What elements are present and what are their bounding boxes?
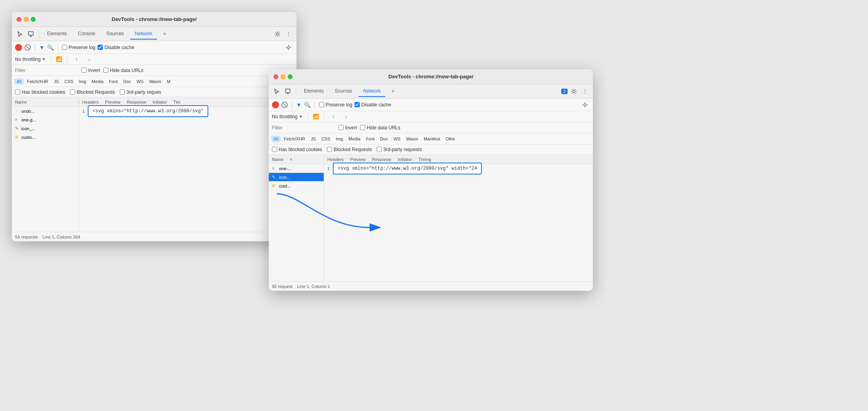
tab-sources-1[interactable]: Sources	[102, 28, 128, 40]
table-row-onew-2[interactable]: ≡ one-...	[269, 164, 324, 173]
cursor-icon[interactable]	[15, 29, 25, 39]
network-settings-icon-1[interactable]	[284, 43, 293, 52]
invert-label-2[interactable]: Invert	[338, 125, 357, 131]
filter-more-1[interactable]: M	[164, 78, 173, 85]
filter-all-1[interactable]: All	[14, 78, 24, 85]
network-settings-icon-2[interactable]	[580, 100, 590, 110]
filter-ws-2[interactable]: WS	[391, 136, 403, 142]
maximize-button-1[interactable]	[31, 17, 36, 22]
more-icon-1[interactable]: ⋮	[284, 29, 293, 39]
disable-cache-checkbox-1[interactable]	[98, 45, 103, 50]
invert-label-1[interactable]: Invert	[81, 68, 100, 73]
stop-recording-icon-2[interactable]	[281, 102, 288, 108]
blocked-cookies-label-2[interactable]: Has blocked cookies	[272, 147, 322, 152]
table-row-oneg-1[interactable]: ≡ one-g...	[12, 116, 79, 124]
filter-img-1[interactable]: Img	[77, 78, 89, 85]
table-row-icon-2[interactable]: ✎ icon...	[269, 173, 324, 182]
tab-network-1[interactable]: Network	[130, 28, 157, 40]
tab-sources-2[interactable]: Sources	[330, 86, 357, 97]
preserve-log-checkbox-1[interactable]	[62, 45, 67, 50]
blocked-requests-label-2[interactable]: Blocked Requests	[327, 147, 372, 152]
throttle-dropdown-2[interactable]: No throttling ▼	[272, 114, 303, 119]
tab-more-1[interactable]: »	[159, 28, 171, 40]
filter-img-2[interactable]: Img	[334, 136, 345, 142]
filter-fetch-2[interactable]: Fetch/XHR	[281, 136, 308, 142]
filter-fetch-1[interactable]: Fetch/XHR	[25, 78, 51, 85]
blocked-cookies-checkbox-2[interactable]	[272, 147, 277, 152]
tab-elements-1[interactable]: Elements	[42, 28, 72, 40]
hide-data-urls-checkbox-2[interactable]	[360, 125, 365, 130]
filter-ws-1[interactable]: WS	[134, 78, 146, 85]
third-party-checkbox-1[interactable]	[120, 89, 125, 95]
tab-more-2[interactable]: »	[387, 86, 399, 97]
filter-all-2[interactable]: All	[271, 136, 281, 142]
table-row-icon-1[interactable]: ✎ icon_...	[12, 124, 79, 133]
minimize-button-2[interactable]	[281, 74, 285, 79]
disable-cache-label-1[interactable]: Disable cache	[98, 45, 134, 50]
filter-icon-1[interactable]: ▼	[39, 44, 45, 51]
upload-icon-1[interactable]: ↑	[72, 55, 81, 64]
tab-console-1[interactable]: Console	[73, 28, 100, 40]
blocked-cookies-label-1[interactable]: Has blocked cookies	[15, 89, 65, 95]
hide-data-urls-checkbox-1[interactable]	[103, 68, 108, 73]
settings-icon-2[interactable]	[569, 87, 579, 96]
filter-input-2[interactable]	[272, 124, 335, 132]
search-icon-2[interactable]: 🔍	[304, 102, 311, 108]
upload-icon-2[interactable]: ↑	[329, 112, 338, 121]
close-button-1[interactable]	[17, 17, 21, 22]
stop-recording-icon-1[interactable]	[25, 44, 31, 51]
third-party-checkbox-2[interactable]	[377, 147, 382, 152]
hide-data-urls-label-2[interactable]: Hide data URLs	[360, 125, 400, 131]
inspect-icon-2[interactable]	[283, 87, 292, 96]
filter-css-1[interactable]: CSS	[62, 78, 76, 85]
inspect-icon[interactable]	[26, 29, 36, 39]
main-area-1: Name × 📄 undo... ≡ one-g... ✎ icon_... ⊞	[12, 97, 296, 232]
blocked-requests-label-1[interactable]: Blocked Requests	[70, 89, 115, 95]
tab-elements-2[interactable]: Elements	[299, 86, 328, 97]
filter-js-1[interactable]: JS	[51, 78, 61, 85]
record-button-2[interactable]	[272, 101, 279, 108]
record-button-1[interactable]	[15, 44, 22, 51]
preserve-log-label-1[interactable]: Preserve log	[62, 45, 95, 50]
filter-other-2[interactable]: Othe	[443, 136, 457, 142]
filter-media-2[interactable]: Media	[346, 136, 363, 142]
maximize-button-2[interactable]	[288, 74, 292, 79]
minimize-button-1[interactable]	[24, 17, 28, 22]
download-icon-2[interactable]: ↓	[342, 112, 351, 121]
invert-checkbox-2[interactable]	[338, 125, 343, 130]
disable-cache-checkbox-2[interactable]	[355, 102, 360, 107]
table-row-custo-1[interactable]: ⊞ custo...	[12, 133, 79, 142]
preserve-log-checkbox-2[interactable]	[319, 102, 324, 107]
blocked-cookies-checkbox-1[interactable]	[15, 89, 20, 95]
table-row-cust-2[interactable]: ⊞ cust...	[269, 182, 324, 190]
filter-wasm-1[interactable]: Wasm	[147, 78, 164, 85]
filter-manifest-2[interactable]: Manifest	[421, 136, 443, 142]
filter-wasm-2[interactable]: Wasm	[404, 136, 421, 142]
filter-font-2[interactable]: Font	[364, 136, 377, 142]
preserve-log-label-2[interactable]: Preserve log	[319, 102, 352, 108]
filter-media-1[interactable]: Media	[89, 78, 106, 85]
disable-cache-label-2[interactable]: Disable cache	[355, 102, 391, 108]
filter-css-2[interactable]: CSS	[319, 136, 333, 142]
filter-input-1[interactable]	[15, 66, 78, 74]
hide-data-urls-label-1[interactable]: Hide data URLs	[103, 68, 143, 73]
more-icon-2[interactable]: ⋮	[580, 87, 590, 96]
filter-doc-2[interactable]: Doc	[378, 136, 391, 142]
download-icon-1[interactable]: ↓	[85, 55, 94, 64]
third-party-label-1[interactable]: 3rd-party reques	[120, 89, 161, 95]
filter-doc-1[interactable]: Doc	[121, 78, 134, 85]
settings-icon-1[interactable]	[273, 29, 282, 39]
throttle-dropdown-1[interactable]: No throttling ▼	[15, 57, 46, 62]
filter-icon-2[interactable]: ▼	[296, 102, 302, 108]
cursor-icon-2[interactable]	[272, 87, 281, 96]
blocked-requests-checkbox-2[interactable]	[327, 147, 332, 152]
table-row-undo-1[interactable]: 📄 undo...	[12, 107, 79, 116]
filter-font-1[interactable]: Font	[107, 78, 120, 85]
filter-js-2[interactable]: JS	[308, 136, 318, 142]
search-icon-1[interactable]: 🔍	[47, 44, 54, 51]
tab-network-2[interactable]: Network	[359, 86, 385, 97]
close-button-2[interactable]	[274, 74, 278, 79]
blocked-requests-checkbox-1[interactable]	[70, 89, 75, 95]
invert-checkbox-1[interactable]	[81, 68, 87, 73]
third-party-label-2[interactable]: 3rd-party requests	[377, 147, 422, 152]
